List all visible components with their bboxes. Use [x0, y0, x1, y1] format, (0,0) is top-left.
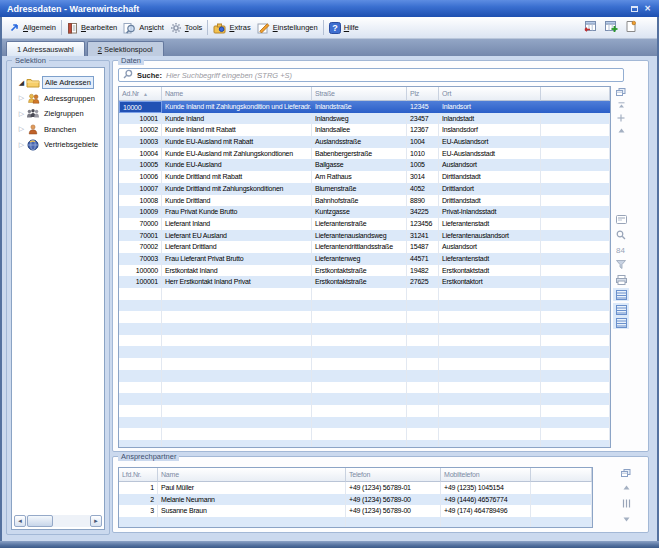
- table-row-empty[interactable]: [119, 517, 592, 528]
- cell: 10005: [119, 159, 162, 171]
- filter-icon[interactable]: [613, 258, 629, 271]
- scrollbar-track[interactable]: [26, 515, 90, 527]
- table-row[interactable]: 10002Kunde Inland mit RabattInlandsallee…: [119, 124, 610, 136]
- table-row[interactable]: 10008Kunde DrittlandBahnhofstraße8890Dri…: [119, 195, 610, 207]
- tab-2-selektionspool[interactable]: 2 Selektionspool: [87, 41, 164, 56]
- column-header-Telefon[interactable]: Telefon: [346, 468, 441, 482]
- cell: [541, 346, 610, 358]
- table-row[interactable]: 10004Kunde EU-Ausland mit Zahlungskondti…: [119, 148, 610, 160]
- table-row-empty[interactable]: [119, 311, 610, 323]
- menu-item-extras[interactable]: Extras: [210, 22, 253, 34]
- cell: [119, 323, 162, 335]
- scroll-up-icon[interactable]: [613, 124, 629, 137]
- columns-icon[interactable]: [618, 497, 634, 510]
- table-row[interactable]: 70002Lieferant DrittlandLieferantendritt…: [119, 241, 610, 253]
- column-header-Plz[interactable]: Plz: [407, 87, 439, 101]
- table-row[interactable]: 70001Lieferant EU AuslandLieferantenausl…: [119, 230, 610, 242]
- new-document-icon[interactable]: [625, 20, 637, 35]
- window-bottom-border: [0, 541, 659, 548]
- tab-1-adressauswahl[interactable]: 1 Adressauswahl: [6, 41, 85, 56]
- cell: 1005: [407, 159, 439, 171]
- table-row[interactable]: 10003Kunde EU-Ausland mit RabattAuslands…: [119, 136, 610, 148]
- menu-item-label: Einstellungen: [273, 23, 318, 32]
- menu-item-ansicht[interactable]: Ansicht: [120, 22, 167, 34]
- tree-item-vertriebsgebiete[interactable]: ▷Vertriebsgebiete: [12, 137, 104, 153]
- column-header-Ort[interactable]: Ort: [439, 87, 541, 101]
- table-row-empty[interactable]: [119, 405, 610, 417]
- table-row-empty[interactable]: [119, 428, 610, 440]
- table-row-empty[interactable]: [119, 335, 610, 347]
- table-row[interactable]: 10007Kunde Drittland mit Zahlungskonditi…: [119, 183, 610, 195]
- card-view-icon[interactable]: [613, 213, 629, 226]
- scroll-left-button[interactable]: ◄: [14, 515, 26, 527]
- tree-item-adressgruppen[interactable]: ▷Adressgruppen: [12, 91, 104, 107]
- column-header-Mobiltelefon[interactable]: Mobiltelefon: [441, 468, 531, 482]
- table-row-empty[interactable]: [119, 358, 610, 370]
- table-row[interactable]: 3Susanne Braun+49 (1234) 56789-00+49 (17…: [119, 505, 592, 517]
- tree-collapse-arrow-icon[interactable]: ◢: [17, 79, 26, 87]
- table-row[interactable]: 70000Lieferant InlandLieferantenstraße12…: [119, 218, 610, 230]
- table-row[interactable]: 2Melanie Neumann+49 (1234) 56789-00+49 (…: [119, 494, 592, 506]
- table-row[interactable]: 70003Frau Lieferant Privat BruttoLiefera…: [119, 253, 610, 265]
- menu-item-hilfe[interactable]: ?Hilfe: [326, 22, 362, 34]
- menu-item-einstellungen[interactable]: Einstellungen: [254, 22, 321, 34]
- scroll-up-icon[interactable]: [618, 481, 634, 494]
- table-row-empty[interactable]: [119, 393, 610, 405]
- cell: 10001: [119, 113, 162, 125]
- column-header-empty[interactable]: [531, 468, 592, 482]
- table-row-empty[interactable]: [119, 382, 610, 394]
- tree-horizontal-scrollbar[interactable]: ◄ ►: [14, 515, 102, 527]
- table-row[interactable]: 1Paul Müller+49 (1234) 56789-01+49 (1235…: [119, 482, 592, 494]
- close-button[interactable]: ✕: [644, 4, 651, 13]
- tree-item-alle-adressen[interactable]: ◢Alle Adressen: [12, 75, 104, 91]
- column-header-empty[interactable]: [541, 87, 610, 101]
- tree-item-zielgruppen[interactable]: ▷Zielgruppen: [12, 106, 104, 122]
- cell: [407, 300, 439, 312]
- column-header-Name[interactable]: Name: [158, 468, 346, 482]
- tree-expand-arrow-icon[interactable]: ▷: [17, 141, 26, 149]
- table-row-empty[interactable]: [119, 346, 610, 358]
- menu-item-allgemein[interactable]: Allgemein: [6, 22, 59, 33]
- tree-expand-arrow-icon[interactable]: ▷: [17, 110, 26, 118]
- print-grid-icon[interactable]: [613, 273, 629, 286]
- scrollbar-thumb[interactable]: [27, 515, 53, 527]
- scroll-top-icon[interactable]: [613, 98, 629, 111]
- table-row[interactable]: 10009Frau Privat Kunde BruttoKuntzgasse3…: [119, 206, 610, 218]
- table-row-empty[interactable]: [119, 440, 610, 448]
- table-row-empty[interactable]: [119, 370, 610, 382]
- tree-expand-arrow-icon[interactable]: ▷: [17, 94, 26, 102]
- menu-item-tools[interactable]: Tools: [167, 22, 206, 34]
- copy-grid-icon[interactable]: [618, 467, 634, 480]
- row-count-icon[interactable]: 84: [613, 243, 629, 256]
- cell: [407, 370, 439, 382]
- column-header-Ad.Nr[interactable]: Ad.Nr▲: [119, 87, 162, 101]
- table-row[interactable]: 10000Kunde Inland mit Zahlungskondition …: [119, 101, 610, 113]
- tree-item-branchen[interactable]: ▷Branchen: [12, 122, 104, 138]
- table-row[interactable]: 100000Erstkontakt InlandErstkontaktstraß…: [119, 265, 610, 277]
- import-table-icon[interactable]: [604, 20, 618, 35]
- table-row-empty[interactable]: [119, 417, 610, 429]
- add-row-icon[interactable]: [613, 111, 629, 124]
- table-row[interactable]: 10006Kunde Drittland mit RabattAm Rathau…: [119, 171, 610, 183]
- table-row-empty[interactable]: [119, 323, 610, 335]
- layout-list-icon[interactable]: [613, 288, 629, 301]
- restore-button[interactable]: [631, 6, 638, 12]
- column-header-Name[interactable]: Name: [162, 87, 312, 101]
- cell: 123456: [407, 218, 439, 230]
- table-row[interactable]: 100001Herr Erstkontakt Inland PrivatErst…: [119, 276, 610, 288]
- layout-list-icon[interactable]: [613, 303, 629, 316]
- table-row-empty[interactable]: [119, 300, 610, 312]
- table-row[interactable]: 10001Kunde InlandInlandsweg23457Inlandst…: [119, 113, 610, 125]
- export-table-icon[interactable]: [583, 20, 597, 35]
- scroll-right-button[interactable]: ►: [90, 515, 102, 527]
- column-header-Lfd.Nr.[interactable]: Lfd.Nr.: [119, 468, 158, 482]
- tree-expand-arrow-icon[interactable]: ▷: [17, 125, 26, 133]
- table-row-empty[interactable]: [119, 288, 610, 300]
- search-row-icon[interactable]: [613, 228, 629, 241]
- scroll-down-icon[interactable]: [618, 513, 634, 526]
- layout-list-icon[interactable]: [613, 316, 629, 329]
- search-field[interactable]: Suche: Hier Suchbegriff eingeben (STRG +…: [118, 68, 624, 82]
- table-row[interactable]: 10005Kunde EU-AuslandBallgasse1005Auslan…: [119, 159, 610, 171]
- menu-item-bearbeiten[interactable]: Bearbeiten: [64, 22, 120, 34]
- column-header-Straße[interactable]: Straße: [312, 87, 407, 101]
